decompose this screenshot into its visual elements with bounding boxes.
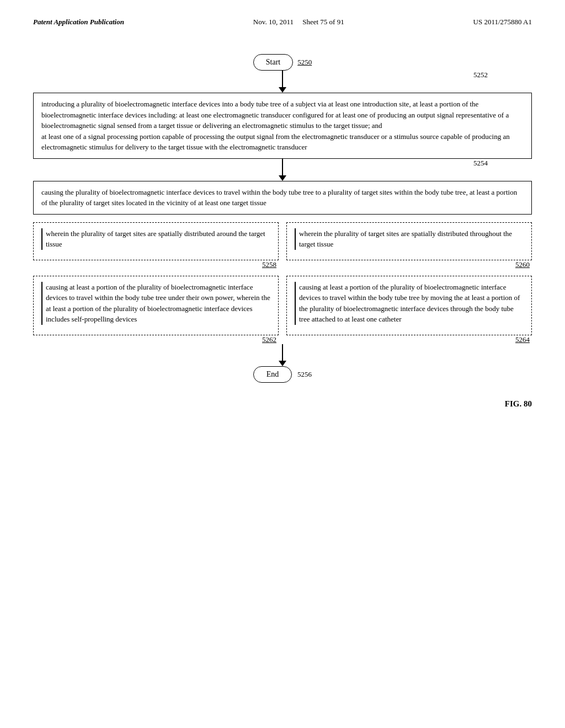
sub-boxes-row-2: causing at least a portion of the plural…	[33, 276, 532, 344]
end-oval: End	[253, 366, 292, 383]
process-box-2: causing the plurality of bioelectromagne…	[33, 181, 532, 215]
end-ref: 5256	[297, 370, 312, 379]
ref-5254: 5254	[473, 159, 488, 168]
header-left: Patent Application Publication	[33, 18, 124, 26]
header-right: US 2011/275880 A1	[473, 18, 532, 26]
sub-box3-ref: 5262	[33, 335, 279, 344]
sub-box4-ref: 5264	[286, 335, 532, 344]
header-center: Nov. 10, 2011 Sheet 75 of 91	[253, 18, 344, 26]
sub-box-5264: causing at least a portion of the plural…	[286, 276, 532, 344]
figure-caption: FIG. 80	[0, 399, 565, 409]
process-box-1: introducing a plurality of bioelectromag…	[33, 93, 532, 159]
sub-box3-text: causing at least a portion of the plural…	[46, 283, 270, 324]
sub-box-5260: wherein the plurality of target sites ar…	[286, 222, 532, 269]
flowchart: Start 5250 5252 introducing a plura	[0, 54, 565, 383]
box1-text: introducing a plurality of bioelectromag…	[41, 100, 510, 151]
ref-5252: 5252	[473, 71, 488, 79]
start-ref: 5250	[297, 58, 312, 67]
page: Patent Application Publication Nov. 10, …	[0, 0, 565, 728]
start-oval: Start	[253, 54, 293, 71]
sub-box4-text: causing at least a portion of the plural…	[299, 283, 520, 324]
sub-box2-text: wherein the plurality of target sites ar…	[299, 229, 512, 249]
sub-box1-ref: 5258	[33, 260, 279, 269]
box2-text: causing the plurality of bioelectromagne…	[41, 188, 517, 207]
start-section: Start 5250 5252 introducing a plura	[33, 54, 532, 383]
sub-box-5262: causing at least a portion of the plural…	[33, 276, 279, 344]
header: Patent Application Publication Nov. 10, …	[0, 0, 565, 38]
sub-box1-text: wherein the plurality of target sites ar…	[46, 229, 265, 249]
sub-boxes-row-1: wherein the plurality of target sites ar…	[33, 222, 532, 269]
sub-box-5258: wherein the plurality of target sites ar…	[33, 222, 279, 269]
sub-box2-ref: 5260	[286, 260, 532, 269]
